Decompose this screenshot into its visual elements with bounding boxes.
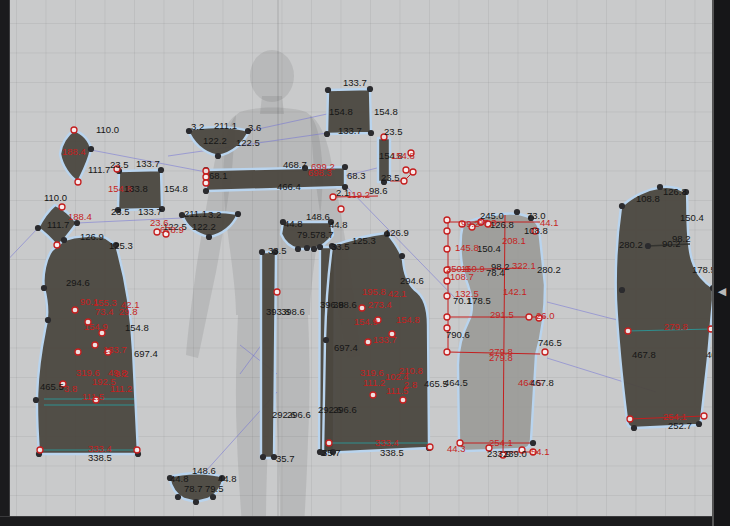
- selection-handle[interactable]: [370, 392, 376, 398]
- selection-handle[interactable]: [427, 444, 433, 450]
- measurement-label: 398.6: [333, 299, 357, 310]
- measurement-label: 468.7: [283, 159, 307, 170]
- selection-handle[interactable]: [338, 206, 344, 212]
- pattern-vertex[interactable]: [215, 153, 221, 159]
- selection-handle[interactable]: [75, 179, 81, 185]
- measurement-label: 23.5: [381, 172, 400, 183]
- measurement-label: 294.6: [400, 275, 424, 286]
- pattern-vertex[interactable]: [175, 494, 181, 500]
- pattern-vertex[interactable]: [260, 454, 266, 460]
- pattern-vertex[interactable]: [61, 237, 67, 243]
- measurement-label: 279.8: [664, 321, 688, 332]
- selection-handle[interactable]: [400, 397, 406, 403]
- selection-handle[interactable]: [37, 447, 43, 453]
- seam-relation-line: [547, 302, 621, 321]
- measurement-label: 42.1: [388, 288, 407, 299]
- pattern-vertex[interactable]: [645, 243, 651, 249]
- selection-handle[interactable]: [401, 178, 407, 184]
- pattern-vertex[interactable]: [41, 285, 47, 291]
- pattern-vertex[interactable]: [619, 287, 625, 293]
- measurement-label: 3.8: [64, 383, 77, 394]
- pattern-vertex[interactable]: [295, 246, 301, 252]
- selection-handle[interactable]: [134, 447, 140, 453]
- selection-handle[interactable]: [542, 349, 548, 355]
- selection-handle[interactable]: [444, 228, 450, 234]
- selection-handle[interactable]: [403, 167, 409, 173]
- pattern-vertex[interactable]: [367, 86, 373, 92]
- measurement-label: 154.8: [125, 322, 149, 333]
- pattern-vertex[interactable]: [631, 425, 637, 431]
- pattern-vertex[interactable]: [45, 317, 51, 323]
- piece-strap-left[interactable]: [261, 252, 276, 458]
- selection-handle[interactable]: [701, 413, 707, 419]
- pattern-vertex[interactable]: [324, 131, 330, 137]
- pattern-vertex[interactable]: [619, 203, 625, 209]
- measurement-label: 44.3: [447, 443, 466, 454]
- pattern-vertex[interactable]: [696, 421, 702, 427]
- pattern-vertex[interactable]: [368, 130, 374, 136]
- selection-handle[interactable]: [444, 349, 450, 355]
- selection-handle[interactable]: [365, 339, 371, 345]
- panel-expand-arrow-icon[interactable]: ◀: [716, 283, 728, 299]
- pattern-2d-canvas[interactable]: 110.0188.4111.7110.0188.4111.723.5133.71…: [0, 0, 730, 526]
- measurement-label: 239.0: [503, 448, 527, 459]
- measurement-label: 90.2: [662, 238, 681, 249]
- measurement-label: 467.8: [632, 349, 656, 360]
- pattern-vertex[interactable]: [203, 188, 209, 194]
- measurement-label: 154.8: [396, 314, 420, 325]
- pattern-vertex[interactable]: [35, 225, 41, 231]
- selection-handle[interactable]: [444, 217, 450, 223]
- measurement-label: 697.4: [334, 342, 358, 353]
- measurement-label: 294.6: [66, 277, 90, 288]
- measurement-label: 122.5: [236, 137, 260, 148]
- pattern-vertex[interactable]: [259, 249, 265, 255]
- pattern-vertex[interactable]: [311, 246, 317, 252]
- selection-handle[interactable]: [59, 204, 65, 210]
- selection-handle[interactable]: [54, 242, 60, 248]
- measurement-label: 68.1: [209, 170, 228, 181]
- measurement-label: 23.5: [384, 126, 403, 137]
- measurement-label: 110.0: [96, 124, 119, 135]
- measurement-label: 99.2: [461, 218, 480, 229]
- mannequin-body-part: [274, 315, 310, 526]
- measurement-label: 279.8: [489, 352, 513, 363]
- measurement-label: 145.8: [455, 242, 479, 253]
- pattern-vertex[interactable]: [514, 209, 520, 215]
- pattern-vertex[interactable]: [325, 87, 331, 93]
- pattern-vertex[interactable]: [323, 337, 329, 343]
- selection-handle[interactable]: [326, 440, 332, 446]
- selection-handle[interactable]: [75, 349, 81, 355]
- selection-handle[interactable]: [444, 293, 450, 299]
- measurement-label: 322.1: [512, 260, 536, 271]
- pattern-vertex[interactable]: [317, 244, 323, 250]
- selection-handle[interactable]: [526, 314, 532, 320]
- measurement-label: 111.7: [88, 164, 110, 175]
- measurement-label: 291.5: [490, 309, 514, 320]
- selection-handle[interactable]: [72, 307, 78, 313]
- pattern-vertex[interactable]: [235, 211, 241, 217]
- pattern-vertex[interactable]: [206, 234, 212, 240]
- measurement-label: 26.0: [536, 310, 555, 321]
- selection-handle[interactable]: [625, 328, 631, 334]
- selection-handle[interactable]: [274, 289, 280, 295]
- pattern-vertex[interactable]: [210, 494, 216, 500]
- measurement-label: 188.4: [68, 211, 92, 222]
- measurement-label: 273.4: [368, 299, 392, 310]
- pattern-vertex[interactable]: [399, 253, 405, 259]
- pattern-vertex[interactable]: [88, 146, 94, 152]
- selection-handle[interactable]: [92, 342, 98, 348]
- selection-handle[interactable]: [444, 246, 450, 252]
- selection-handle[interactable]: [359, 305, 365, 311]
- selection-handle[interactable]: [71, 127, 77, 133]
- measurement-label: 33.5: [268, 245, 287, 256]
- pattern-vertex[interactable]: [304, 245, 310, 251]
- measurement-label: 154.9: [354, 316, 378, 327]
- measurement-label: 150.4: [477, 243, 501, 254]
- selection-handle[interactable]: [444, 314, 450, 320]
- selection-handle[interactable]: [410, 169, 416, 175]
- measurement-label: 78.7: [184, 483, 203, 494]
- pattern-vertex[interactable]: [193, 499, 199, 505]
- pattern-vertex[interactable]: [33, 397, 39, 403]
- right-dock-bar: ◀: [712, 0, 730, 526]
- selection-handle[interactable]: [627, 416, 633, 422]
